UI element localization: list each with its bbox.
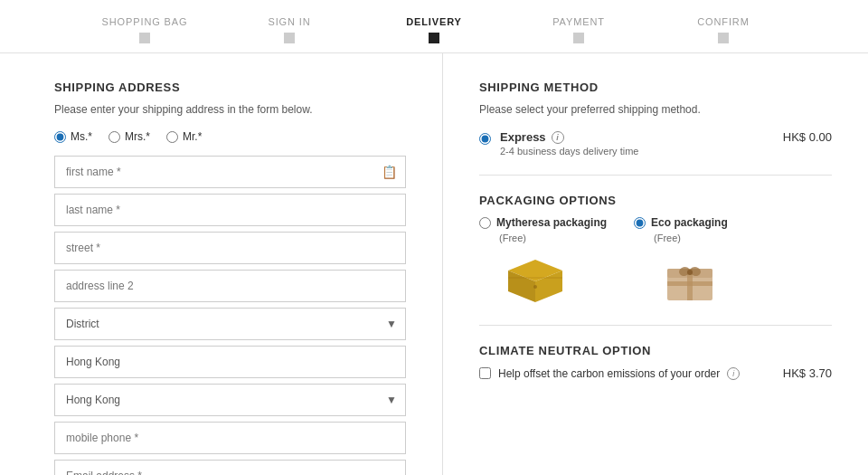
step-sign-in[interactable]: SIGN IN (217, 16, 362, 43)
email-field (54, 460, 406, 475)
shipping-method-desc: Please select your preferred shipping me… (479, 103, 832, 116)
climate-label[interactable]: Help offset the carbon emissions of your… (498, 367, 720, 380)
shipping-option-express: Express i 2-4 business days delivery tim… (479, 130, 832, 157)
last-name-input[interactable] (54, 194, 406, 226)
country-select[interactable]: Hong Kong (54, 384, 406, 416)
svg-point-11 (687, 270, 693, 275)
step-sign-in-label: SIGN IN (268, 16, 310, 27)
shipping-address-panel: SHIPPING ADDRESS Please enter your shipp… (0, 53, 443, 475)
divider-2 (479, 325, 832, 326)
express-info-icon[interactable]: i (552, 131, 564, 144)
packaging-title: PACKAGING OPTIONS (479, 194, 832, 207)
salutation-mr[interactable]: Mr.* (166, 130, 202, 143)
first-name-field: 📋 (54, 156, 406, 188)
shipping-address-desc: Please enter your shipping address in th… (54, 103, 406, 116)
email-input[interactable] (54, 460, 406, 475)
packaging-mytheresa: Mytheresa packaging (Free) (479, 216, 607, 307)
country-field: Hong Kong ▼ (54, 384, 406, 416)
shipping-address-title: SHIPPING ADDRESS (54, 81, 406, 94)
shipping-express-radio[interactable] (479, 133, 491, 145)
step-delivery[interactable]: DELIVERY (362, 16, 506, 43)
step-shopping-bag-label: SHOPPING BAG (102, 16, 188, 27)
express-text: Express (500, 130, 546, 144)
mobile-input[interactable] (54, 422, 406, 454)
salutation-mrs-label: Mrs.* (125, 130, 150, 143)
salutation-mr-radio[interactable] (166, 131, 178, 143)
salutation-ms-label: Ms.* (71, 130, 92, 143)
step-payment-label: PAYMENT (552, 16, 605, 27)
city-field (54, 346, 406, 378)
main-layout: SHIPPING ADDRESS Please enter your shipp… (0, 53, 868, 475)
address-line2-field (54, 270, 406, 302)
step-delivery-label: DELIVERY (406, 16, 462, 27)
street-input[interactable] (54, 232, 406, 264)
eco-image (654, 252, 726, 307)
eco-box-svg (654, 252, 726, 307)
mytheresa-radio[interactable] (479, 217, 491, 229)
mytheresa-label: Mytheresa packaging (479, 216, 607, 229)
step-confirm[interactable]: CONFIRM (651, 16, 796, 43)
step-payment-indicator (573, 33, 584, 43)
mytheresa-image (499, 252, 571, 307)
climate-row: Help offset the carbon emissions of your… (479, 366, 832, 380)
district-field: District ▼ (54, 308, 406, 340)
salutation-group: Ms.* Mrs.* Mr.* (54, 130, 406, 143)
step-payment[interactable]: PAYMENT (506, 16, 651, 43)
climate-title: CLIMATE NEUTRAL OPTION (479, 344, 832, 357)
salutation-mrs[interactable]: Mrs.* (108, 130, 150, 143)
step-confirm-indicator (718, 33, 729, 43)
city-input[interactable] (54, 346, 406, 378)
salutation-mr-label: Mr.* (183, 130, 202, 143)
svg-point-4 (533, 285, 537, 289)
step-shopping-bag[interactable]: SHOPPING BAG (72, 16, 217, 43)
mytheresa-free: (Free) (499, 233, 526, 243)
id-card-icon: 📋 (382, 165, 397, 179)
last-name-field (54, 194, 406, 226)
climate-option: Help offset the carbon emissions of your… (479, 367, 783, 380)
eco-radio[interactable] (634, 217, 646, 229)
street-field (54, 232, 406, 264)
express-label: Express i (500, 130, 774, 144)
step-delivery-indicator (429, 33, 439, 43)
packaging-eco: Eco packaging (Free) (634, 216, 728, 307)
step-sign-in-indicator (284, 33, 295, 43)
salutation-ms[interactable]: Ms.* (54, 130, 92, 143)
packaging-options: Mytheresa packaging (Free) (479, 216, 832, 307)
right-panel: SHIPPING METHOD Please select your prefe… (443, 53, 868, 475)
mytheresa-label-text: Mytheresa packaging (496, 216, 607, 229)
express-price: HK$ 0.00 (783, 130, 832, 144)
district-select[interactable]: District (54, 308, 406, 340)
yellow-box-svg (499, 252, 571, 307)
salutation-ms-radio[interactable] (54, 131, 66, 143)
express-sublabel: 2-4 business days delivery time (500, 146, 774, 157)
climate-info-icon[interactable]: i (727, 367, 740, 380)
step-shopping-bag-indicator (139, 33, 150, 43)
shipping-method-title: SHIPPING METHOD (479, 81, 832, 94)
first-name-input[interactable] (54, 156, 406, 188)
eco-label-text: Eco packaging (651, 216, 728, 229)
eco-label: Eco packaging (634, 216, 728, 229)
address-line2-input[interactable] (54, 270, 406, 302)
climate-price: HK$ 3.70 (783, 366, 832, 380)
divider-1 (479, 175, 832, 176)
eco-free: (Free) (654, 233, 681, 243)
progress-bar: SHOPPING BAG SIGN IN DELIVERY PAYMENT CO… (0, 0, 868, 53)
step-confirm-label: CONFIRM (697, 16, 750, 27)
express-info: Express i 2-4 business days delivery tim… (500, 130, 774, 157)
salutation-mrs-radio[interactable] (108, 131, 120, 143)
mobile-field (54, 422, 406, 454)
climate-checkbox[interactable] (479, 367, 491, 379)
